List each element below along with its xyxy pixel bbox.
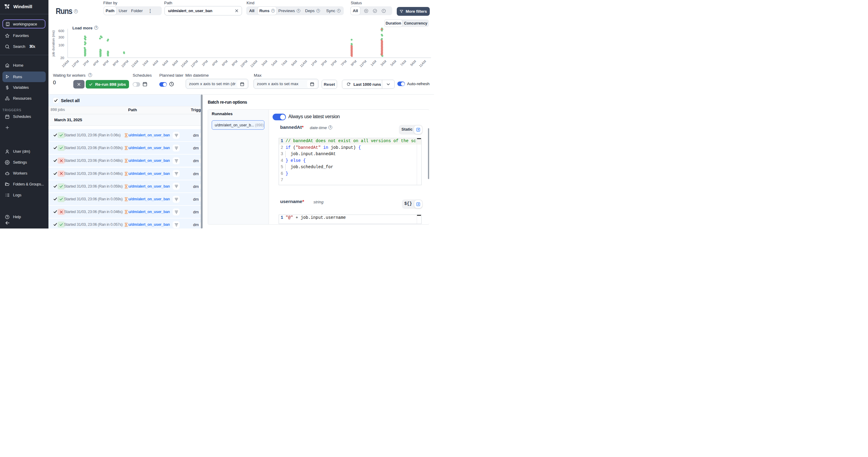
svg-text:12PM: 12PM — [71, 59, 79, 68]
svg-text:5PM: 5PM — [330, 59, 337, 67]
svg-text:12AM: 12AM — [250, 59, 258, 68]
svg-text:9AM: 9AM — [290, 59, 298, 67]
svg-text:11PM: 11PM — [359, 59, 367, 68]
svg-text:3PM: 3PM — [320, 59, 328, 67]
svg-text:7PM: 7PM — [340, 59, 347, 67]
svg-text:7AM: 7AM — [400, 59, 407, 67]
svg-text:11AM: 11AM — [418, 59, 427, 68]
svg-text:7AM: 7AM — [280, 59, 288, 67]
svg-text:20: 20 — [60, 56, 64, 60]
svg-text:6PM: 6PM — [221, 59, 228, 67]
svg-text:8AM: 8AM — [172, 59, 179, 67]
svg-text:job duration (ms): job duration (ms) — [52, 30, 55, 57]
svg-text:10PM: 10PM — [240, 59, 248, 68]
svg-text:4PM: 4PM — [211, 59, 218, 67]
svg-text:6AM: 6AM — [161, 59, 169, 67]
svg-text:10AM: 10AM — [180, 59, 188, 68]
svg-text:100: 100 — [58, 43, 64, 47]
svg-text:5AM: 5AM — [271, 59, 278, 67]
svg-text:3AM: 3AM — [261, 59, 268, 67]
svg-text:8PM: 8PM — [231, 59, 238, 67]
svg-text:1PM: 1PM — [310, 59, 318, 67]
svg-text:12PM: 12PM — [190, 59, 198, 68]
svg-text:1AM: 1AM — [370, 59, 377, 67]
svg-text:8PM: 8PM — [112, 59, 119, 67]
svg-text:4PM: 4PM — [92, 59, 99, 67]
svg-text:2PM: 2PM — [201, 59, 208, 67]
svg-text:2AM: 2AM — [142, 59, 149, 67]
svg-text:9PM: 9PM — [350, 59, 358, 67]
svg-text:4AM: 4AM — [152, 59, 159, 67]
svg-text:600: 600 — [58, 29, 64, 33]
svg-text:3AM: 3AM — [380, 59, 387, 67]
svg-text:5AM: 5AM — [390, 59, 397, 67]
svg-text:6PM: 6PM — [102, 59, 109, 67]
svg-text:11AM: 11AM — [299, 59, 308, 68]
svg-text:12AM: 12AM — [130, 59, 139, 68]
svg-text:2PM: 2PM — [82, 59, 89, 67]
svg-text:10PM: 10PM — [121, 59, 129, 68]
svg-text:300: 300 — [58, 35, 64, 39]
svg-text:10AM: 10AM — [61, 59, 69, 68]
svg-text:9AM: 9AM — [409, 59, 417, 67]
